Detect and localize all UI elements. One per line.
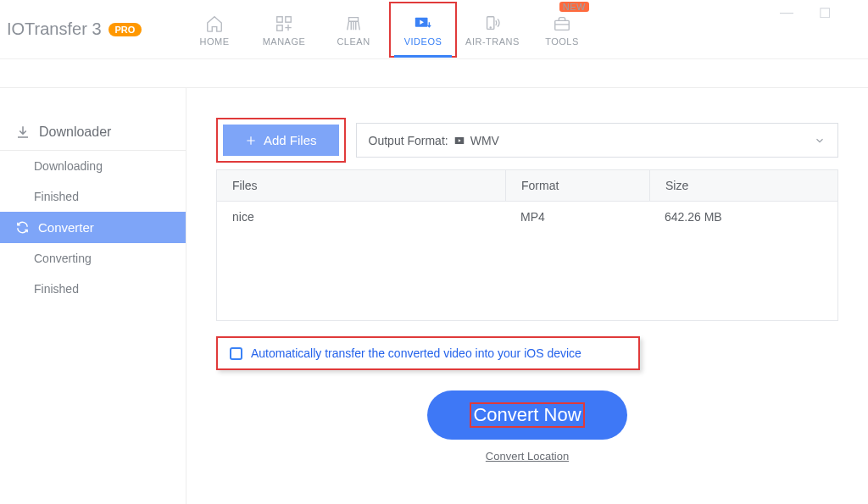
convert-row: Convert Now [216,390,838,440]
nav-clean[interactable]: CLEAN [320,2,387,58]
output-format-select[interactable]: Output Format: WMV [356,123,838,158]
convert-location-row: Convert Location [216,448,838,463]
svg-rect-7 [555,20,570,30]
nav-manage-label: MANAGE [263,36,306,47]
nav-tools[interactable]: NEW TOOLS [528,2,596,58]
svg-rect-0 [277,16,282,21]
nav-airtrans[interactable]: AIR-TRANS [459,2,526,58]
subheader-spacer [0,59,868,88]
sidebar-downloading[interactable]: Downloading [0,151,186,181]
cell-size: 642.26 MB [649,202,837,232]
auto-transfer-label: Automatically transfer the converted vid… [251,346,581,360]
app-title: IOTransfer 3 [7,19,102,39]
convert-now-button[interactable]: Convert Now [427,390,626,440]
nav-videos[interactable]: VIDEOS [389,2,457,58]
nav-home[interactable]: HOME [181,2,248,58]
add-files-button[interactable]: Add Files [223,125,339,156]
add-files-highlight: Add Files [216,118,346,163]
convert-now-label: Convert Now [473,404,581,425]
refresh-icon [15,220,30,235]
col-header-size[interactable]: Size [649,170,837,201]
cell-format: MP4 [505,202,649,232]
new-badge: NEW [559,2,589,12]
svg-point-6 [490,27,491,28]
svg-rect-1 [286,16,291,21]
video-download-icon [412,14,434,33]
add-files-label: Add Files [264,133,317,147]
output-format-label: Output Format: [369,134,448,147]
video-file-icon [453,135,465,147]
checkbox-icon[interactable] [230,347,242,360]
plus-icon [245,135,257,147]
nav-videos-label: VIDEOS [404,36,442,47]
nav-clean-label: CLEAN [337,36,370,47]
table-row[interactable]: nice MP4 642.26 MB [217,202,837,232]
main-area: Downloader Downloading Finished Converte… [0,88,868,504]
sidebar-downloader[interactable]: Downloader [0,118,186,147]
top-bar: IOTransfer 3 PRO HOME MANAGE CLEAN VIDEO… [0,0,868,59]
download-icon [15,125,31,140]
sidebar-converter[interactable]: Converter [0,212,186,243]
chevron-down-icon [814,135,826,147]
sidebar-converting[interactable]: Converting [0,243,186,274]
maximize-icon[interactable]: ☐ [819,5,831,21]
output-format-value: WMV [470,134,499,147]
home-icon [203,14,225,33]
col-header-format[interactable]: Format [505,170,649,201]
convert-highlight: Convert Now [470,402,584,428]
window-controls: — ☐ [768,0,868,26]
nav-manage[interactable]: MANAGE [250,2,318,58]
grid-icon [273,14,295,33]
nav-home-label: HOME [200,36,230,47]
sidebar-downloader-finished[interactable]: Finished [0,181,186,212]
wireless-icon [481,14,504,33]
top-nav: HOME MANAGE CLEAN VIDEOS AIR-TRANS NEW T… [181,2,596,58]
sidebar-converter-finished[interactable]: Finished [0,274,186,304]
minimize-icon[interactable]: — [780,5,793,21]
svg-rect-2 [277,25,282,30]
files-table: Files Format Size nice MP4 642.26 MB [216,169,838,321]
nav-airtrans-label: AIR-TRANS [465,36,520,47]
auto-transfer-option[interactable]: Automatically transfer the converted vid… [216,336,640,370]
sidebar-downloader-label: Downloader [39,125,111,140]
col-header-files[interactable]: Files [217,170,505,201]
convert-location-link[interactable]: Convert Location [486,450,569,462]
toolbox-icon [551,14,573,33]
sidebar: Downloader Downloading Finished Converte… [0,88,186,504]
table-header: Files Format Size [217,170,837,202]
sidebar-converter-label: Converter [38,220,94,235]
pro-badge: PRO [108,23,142,36]
nav-tools-label: TOOLS [545,36,579,47]
output-format-label-group: Output Format: WMV [369,134,499,147]
cell-file: nice [217,202,505,232]
logo-area: IOTransfer 3 PRO [0,19,174,39]
content: Add Files Output Format: WMV Files Forma… [186,88,868,504]
broom-icon [342,14,364,33]
table-body: nice MP4 642.26 MB [217,202,837,320]
toolbar: Add Files Output Format: WMV [216,118,838,163]
